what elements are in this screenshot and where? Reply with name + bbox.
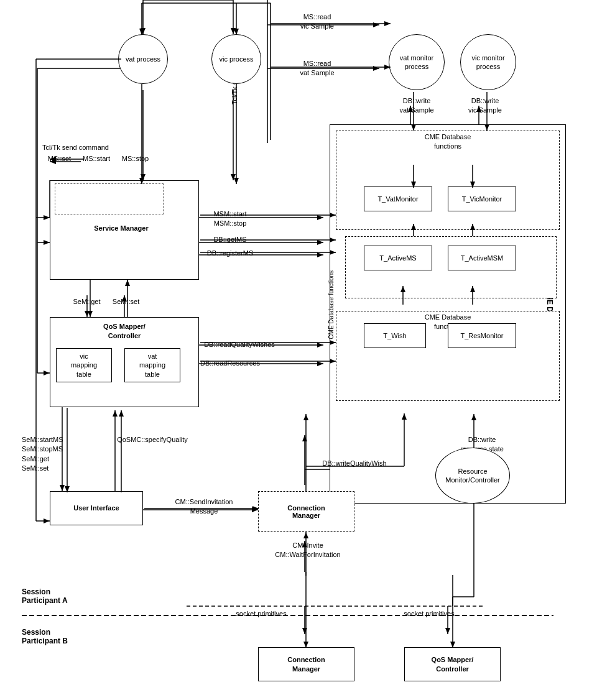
resource-monitor-circle: ResourceMonitor/Controller: [435, 448, 510, 504]
svg-marker-57: [302, 628, 307, 634]
svg-marker-48: [113, 410, 118, 417]
db-get-ms-label: DB::getMS: [183, 235, 277, 244]
svg-marker-39: [317, 343, 323, 348]
cm-send-invitation-label: CM::SendInvitationMessage: [154, 497, 254, 517]
svg-marker-7: [373, 22, 379, 27]
svg-marker-131: [303, 414, 308, 420]
svg-marker-52: [302, 435, 307, 441]
user-interface-box: User Interface: [50, 491, 143, 525]
svg-marker-9: [373, 66, 379, 71]
connection-manager-b-box: ConnectionManager: [258, 647, 354, 681]
db-read-resources-label: DB::readResources: [183, 359, 277, 368]
socket-primitives-right-label: socket primitives: [386, 609, 473, 619]
qos-mapper-label: QoS Mapper/Controller: [62, 322, 187, 341]
session-participant-b-label: SessionParticipant B: [22, 628, 68, 645]
svg-marker-90: [44, 215, 50, 220]
svg-marker-35: [85, 311, 90, 317]
db-write-quality-wish-label: DB::writeQualityWish: [305, 459, 404, 468]
db-write-vat-label: DB::writevat Sample: [389, 96, 445, 116]
svg-marker-31: [317, 240, 323, 245]
t-active-msm-box: T_ActiveMSM: [448, 246, 516, 270]
svg-marker-119: [125, 280, 130, 286]
ms-read-vic-label: MS::readvic Sample: [280, 12, 354, 32]
ms-start-label: MS::start: [78, 154, 115, 163]
vic-process-circle: vic process: [211, 34, 261, 84]
ms-stop-label: MS::stop: [118, 154, 152, 163]
sem-set-label: SeM::set: [109, 297, 143, 306]
svg-marker-105: [234, 178, 239, 184]
svg-marker-41: [317, 361, 323, 366]
db-read-quality-label: DB::readQualityWishes: [183, 340, 295, 349]
svg-marker-117: [88, 311, 93, 317]
cme-db-functions-side-label: CME Database functions: [325, 242, 337, 367]
vat-process-circle: vat process: [118, 34, 168, 84]
interface-dashed-box: [55, 183, 164, 214]
t-wish-box: T_Wish: [364, 323, 426, 348]
db-register-ms-label: DB::registerMS: [183, 249, 277, 258]
svg-marker-127: [119, 410, 124, 417]
service-manager-label: Service Manager: [56, 224, 187, 233]
t-res-monitor-box: T_ResMonitor: [448, 323, 516, 348]
vic-monitor-process-circle: vic monitorprocess: [460, 34, 516, 90]
session-participant-a-label: SessionParticipant A: [22, 587, 68, 605]
cm-invite-label: CM::InviteCM::WaitForInvitation: [258, 541, 358, 560]
svg-marker-46: [60, 485, 65, 491]
svg-marker-138: [303, 532, 308, 538]
svg-marker-59: [445, 628, 450, 634]
db-write-vic-label: DB::writevic Sample: [457, 96, 513, 116]
vat-mapping-table-box: vatmappingtable: [124, 348, 180, 382]
svg-marker-92: [44, 518, 50, 523]
msm-start-stop-label: MSM::startMSM::stop: [183, 210, 277, 229]
vic-mapping-table-box: vicmappingtable: [56, 348, 112, 382]
t-vic-monitor-box: T_VicMonitor: [448, 187, 516, 211]
ms-read-vat-label: MS::readvat Sample: [280, 59, 354, 78]
tcl-tk-send-label: Tcl/Tk send command: [42, 143, 142, 152]
cme-db-functions-top-label: CME Databasefunctions: [425, 132, 471, 152]
vat-monitor-process-circle: vat monitorprocess: [389, 34, 445, 90]
t-active-ms-box: T_ActiveMS: [364, 246, 432, 270]
svg-marker-21: [44, 240, 50, 245]
qos-mapper-b-box: QoS Mapper/Controller: [404, 647, 501, 681]
connection-manager-a-box: ConnectionManager: [258, 491, 354, 532]
architecture-diagram: Tcl/Tk send command vic process vat proc…: [0, 0, 597, 700]
sem-get-label: SeM::get: [70, 297, 104, 306]
svg-marker-33: [317, 252, 323, 257]
svg-marker-44: [44, 371, 50, 375]
svg-marker-29: [317, 215, 323, 220]
svg-marker-4: [141, 28, 146, 34]
svg-marker-17: [141, 174, 146, 180]
socket-primitives-left-label: socket primitives: [218, 609, 305, 619]
qosmc-specify-label: QoSMC::specifyQuality: [106, 435, 199, 444]
svg-marker-97: [384, 21, 391, 26]
sem-start-ms-label: SeM::startMSSeM::stopMSSeM::getSeM::set: [22, 435, 103, 474]
ms-set-label: MS::set: [42, 154, 76, 163]
cme-db-functions-top-box: CME Databasefunctions: [336, 131, 560, 230]
t-vat-monitor-box: T_VatMonitor: [364, 187, 432, 211]
svg-marker-15: [231, 174, 236, 180]
